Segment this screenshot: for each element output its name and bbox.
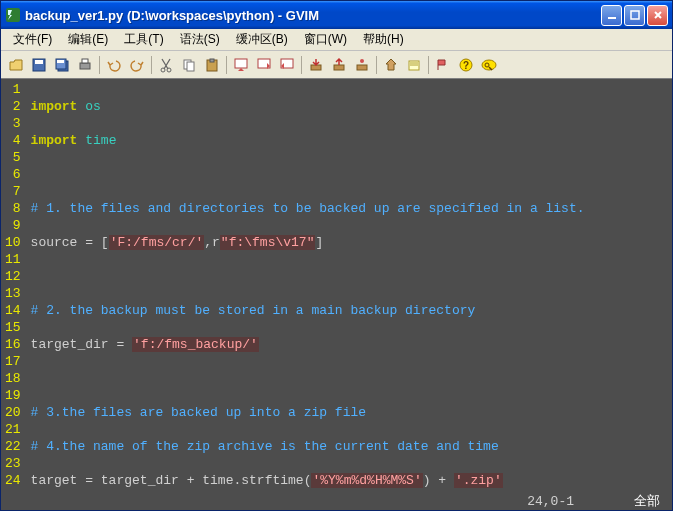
code-text: ,r <box>204 235 220 250</box>
svg-text:?: ? <box>463 60 469 71</box>
comment: # 3.the files are backed up into a zip f… <box>31 405 366 420</box>
close-button[interactable] <box>647 5 668 26</box>
undo-icon[interactable] <box>103 54 125 76</box>
svg-rect-7 <box>57 60 64 63</box>
keyword-import: import <box>31 99 78 114</box>
save-icon[interactable] <box>28 54 50 76</box>
svg-rect-1 <box>608 17 616 19</box>
svg-rect-20 <box>334 65 344 70</box>
toolbar-separator <box>376 56 377 74</box>
comment: # 4.the name of the zip archive is the c… <box>31 439 499 454</box>
code-text: source = [ <box>31 235 109 250</box>
tag-jump-icon[interactable] <box>432 54 454 76</box>
comment: # 2. the backup must be stored in a main… <box>31 303 476 318</box>
svg-point-22 <box>360 59 364 63</box>
keyword-import: import <box>31 133 78 148</box>
redo-icon[interactable] <box>126 54 148 76</box>
module-time: time <box>77 133 116 148</box>
svg-rect-15 <box>210 59 214 62</box>
scroll-indicator: 全部 <box>634 493 660 510</box>
toolbar-separator <box>428 56 429 74</box>
code-text: ) + <box>423 473 454 488</box>
code-text: target = target_dir + time.strftime( <box>31 473 312 488</box>
titlebar[interactable]: backup_ver1.py (D:\workspaces\python) - … <box>1 1 672 29</box>
code-text: target_dir = <box>31 337 132 352</box>
statusbar: 24,0-1 全部 <box>1 492 672 510</box>
make-icon[interactable] <box>380 54 402 76</box>
string-literal: "f:\fms\v17" <box>220 235 316 250</box>
gvim-window: backup_ver1.py (D:\workspaces\python) - … <box>0 0 673 511</box>
find-next-icon[interactable] <box>253 54 275 76</box>
svg-rect-21 <box>357 65 367 70</box>
editor-area[interactable]: 1234 5678 9101112 13141516 17181920 2122… <box>1 79 672 510</box>
toolbar-separator <box>226 56 227 74</box>
string-literal: 'F:/fms/cr/' <box>109 235 205 250</box>
minimize-button[interactable] <box>601 5 622 26</box>
svg-rect-8 <box>80 63 90 69</box>
shell-icon[interactable] <box>403 54 425 76</box>
copy-icon[interactable] <box>178 54 200 76</box>
cursor-position: 24,0-1 <box>527 493 574 510</box>
find-prev-icon[interactable] <box>276 54 298 76</box>
open-icon[interactable] <box>5 54 27 76</box>
gvim-icon <box>5 7 21 23</box>
help-icon[interactable]: ? <box>455 54 477 76</box>
toolbar-separator <box>301 56 302 74</box>
svg-point-11 <box>167 68 171 72</box>
window-title: backup_ver1.py (D:\workspaces\python) - … <box>25 8 601 23</box>
svg-rect-4 <box>35 60 43 64</box>
svg-rect-16 <box>235 59 247 68</box>
menubar: 文件(F) 编辑(E) 工具(T) 语法(S) 缓冲区(B) 窗口(W) 帮助(… <box>1 29 672 51</box>
paste-icon[interactable] <box>201 54 223 76</box>
window-controls <box>601 5 668 26</box>
session-load-icon[interactable] <box>305 54 327 76</box>
module-os: os <box>77 99 100 114</box>
menu-tools[interactable]: 工具(T) <box>116 29 171 50</box>
menu-help[interactable]: 帮助(H) <box>355 29 412 50</box>
maximize-button[interactable] <box>624 5 645 26</box>
toolbar-separator <box>99 56 100 74</box>
find-replace-icon[interactable] <box>230 54 252 76</box>
menu-window[interactable]: 窗口(W) <box>296 29 355 50</box>
string-literal: 'f:/fms_backup/' <box>132 337 259 352</box>
session-save-icon[interactable] <box>328 54 350 76</box>
svg-point-10 <box>161 68 165 72</box>
menu-edit[interactable]: 编辑(E) <box>60 29 116 50</box>
menu-syntax[interactable]: 语法(S) <box>172 29 228 50</box>
string-literal: '%Y%m%d%H%M%S' <box>311 473 422 488</box>
search-help-icon[interactable] <box>478 54 500 76</box>
line-number-gutter: 1234 5678 9101112 13141516 17181920 2122… <box>1 79 27 510</box>
svg-rect-13 <box>187 62 194 71</box>
toolbar: ? <box>1 51 672 79</box>
code-content[interactable]: import os import time # 1. the files and… <box>27 79 672 510</box>
print-icon[interactable] <box>74 54 96 76</box>
svg-rect-9 <box>82 59 88 63</box>
string-literal: '.zip' <box>454 473 503 488</box>
toolbar-separator <box>151 56 152 74</box>
menu-buffers[interactable]: 缓冲区(B) <box>228 29 296 50</box>
comment: # 1. the files and directories to be bac… <box>31 201 585 216</box>
run-script-icon[interactable] <box>351 54 373 76</box>
svg-rect-2 <box>631 11 639 19</box>
saveall-icon[interactable] <box>51 54 73 76</box>
menu-file[interactable]: 文件(F) <box>5 29 60 50</box>
code-text: ] <box>315 235 323 250</box>
cut-icon[interactable] <box>155 54 177 76</box>
